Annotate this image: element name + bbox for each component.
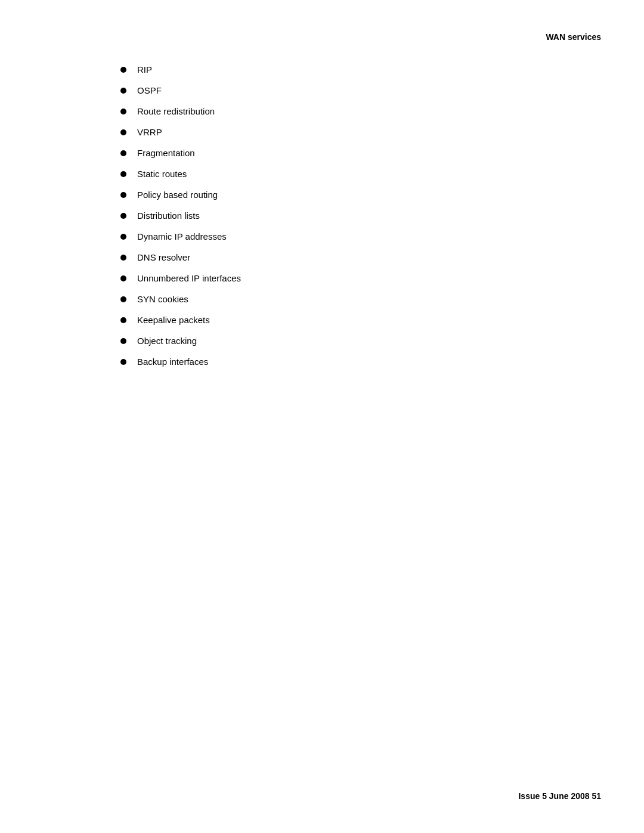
bullet-icon: [120, 275, 126, 281]
list-item-label: Static routes: [137, 168, 187, 180]
list-item: DNS resolver: [120, 251, 601, 264]
list-item-label: Dynamic IP addresses: [137, 230, 227, 243]
bullet-icon: [120, 150, 126, 156]
bullet-icon: [120, 296, 126, 302]
page-container: WAN services RIPOSPFRoute redistribution…: [0, 0, 644, 833]
page-footer: Issue 5 June 2008 51: [518, 791, 601, 801]
list-item: OSPF: [120, 84, 601, 97]
list-item-label: Keepalive packets: [137, 314, 210, 326]
list-item: RIP: [120, 63, 601, 76]
list-item: Backup interfaces: [120, 355, 601, 368]
feature-list: RIPOSPFRoute redistributionVRRPFragmenta…: [120, 63, 601, 368]
bullet-icon: [120, 317, 126, 323]
bullet-icon: [120, 359, 126, 365]
bullet-icon: [120, 109, 126, 114]
list-item: Policy based routing: [120, 188, 601, 201]
bullet-icon: [120, 129, 126, 135]
bullet-icon: [120, 213, 126, 219]
list-item: SYN cookies: [120, 293, 601, 305]
list-item: Fragmentation: [120, 147, 601, 159]
list-item-label: Object tracking: [137, 335, 197, 347]
list-item: VRRP: [120, 126, 601, 138]
list-item-label: OSPF: [137, 84, 162, 97]
bullet-icon: [120, 338, 126, 344]
list-item: Distribution lists: [120, 209, 601, 222]
list-item-label: DNS resolver: [137, 251, 190, 264]
list-item-label: Distribution lists: [137, 209, 200, 222]
list-item-label: Unnumbered IP interfaces: [137, 272, 241, 284]
bullet-icon: [120, 88, 126, 94]
list-item-label: RIP: [137, 63, 152, 76]
list-item-label: Backup interfaces: [137, 355, 208, 368]
list-item: Dynamic IP addresses: [120, 230, 601, 243]
bullet-icon: [120, 234, 126, 240]
list-item-label: VRRP: [137, 126, 162, 138]
list-item: Object tracking: [120, 335, 601, 347]
list-item: Route redistribution: [120, 105, 601, 117]
page-header-title: WAN services: [546, 32, 601, 42]
bullet-icon: [120, 171, 126, 177]
footer-text: Issue 5 June 2008 51: [518, 791, 601, 801]
list-item: Unnumbered IP interfaces: [120, 272, 601, 284]
list-item: Static routes: [120, 168, 601, 180]
bullet-icon: [120, 67, 126, 73]
list-item-label: SYN cookies: [137, 293, 188, 305]
list-item-label: Policy based routing: [137, 188, 218, 201]
list-item: Keepalive packets: [120, 314, 601, 326]
page-header: WAN services: [43, 32, 601, 42]
bullet-icon: [120, 255, 126, 261]
bullet-icon: [120, 192, 126, 198]
list-item-label: Route redistribution: [137, 105, 215, 117]
list-item-label: Fragmentation: [137, 147, 195, 159]
